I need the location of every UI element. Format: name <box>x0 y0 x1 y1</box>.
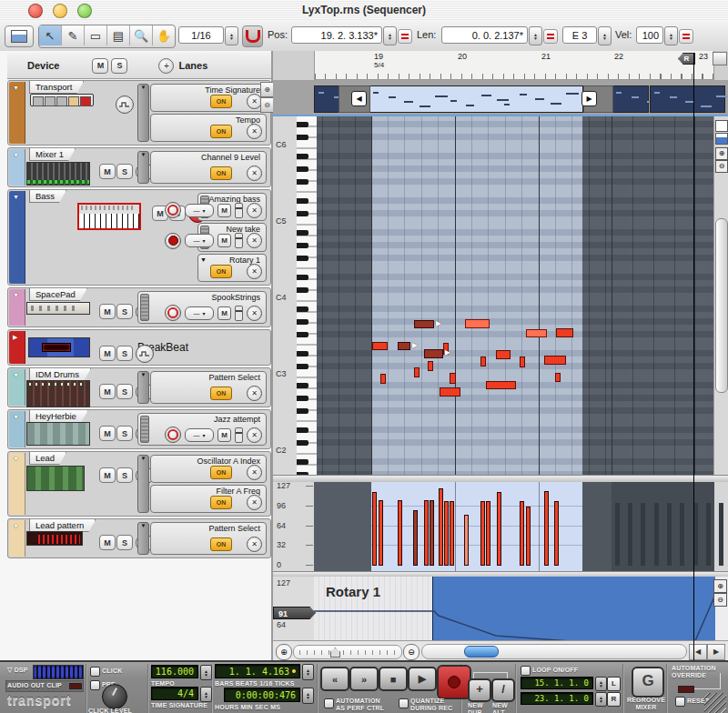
lane-style-icon[interactable] <box>715 120 728 132</box>
lane-on[interactable]: Oscillator A IndexON✕ <box>150 455 267 483</box>
lane-rec[interactable]: Jazz attempt—▾M✕ <box>137 413 267 446</box>
track-color-strip[interactable]: ▼ <box>9 411 25 447</box>
zoom-out-icon[interactable]: ⊖ <box>403 644 420 660</box>
black-key[interactable] <box>297 440 308 446</box>
black-key[interactable] <box>297 166 308 172</box>
black-key[interactable] <box>297 332 308 337</box>
track-color-strip[interactable]: ▼ <box>9 520 25 557</box>
automation-as-perf-ctrl-checkbox[interactable] <box>324 698 334 708</box>
zoom-out-icon[interactable]: ⊖ <box>260 97 274 113</box>
zoom-slider-handle[interactable] <box>330 648 340 658</box>
track-collapse-icon[interactable]: ▼ <box>13 372 19 378</box>
black-key[interactable] <box>297 275 308 280</box>
window-options-icon[interactable] <box>713 52 727 65</box>
lane-rec_filled[interactable]: New take—▾M✕ <box>197 223 267 251</box>
zoom-out-icon[interactable]: ⊖ <box>713 593 727 607</box>
lane-close-icon[interactable]: ✕ <box>247 306 262 321</box>
magnify-tool[interactable]: 🔍 <box>130 25 153 45</box>
take-dropdown[interactable]: —▾ <box>185 234 214 247</box>
velocity-bar[interactable] <box>372 492 377 566</box>
tempo-stepper[interactable]: ▲▼ <box>200 665 212 680</box>
loop-left-display[interactable]: 15. 1. 1. 0 <box>521 677 593 689</box>
pos-match-button[interactable] <box>398 29 412 44</box>
note-resize-arrow-icon[interactable]: ▶ <box>436 319 441 327</box>
lane-on[interactable]: ▼Rotary 1ON✕ <box>197 254 267 282</box>
play-button[interactable]: ▶ <box>408 667 437 691</box>
track-solo-button[interactable]: S <box>116 426 133 441</box>
arrange-overview[interactable]: ◀▶ <box>273 80 728 116</box>
track-color-strip[interactable]: ▼ <box>9 369 25 406</box>
automation-wave-icon[interactable] <box>136 345 154 363</box>
track-row-lead[interactable]: ▼LeadMS▼Oscillator A IndexON✕Filter A Fr… <box>7 451 271 517</box>
arrow-tool[interactable]: ↖ <box>39 25 62 45</box>
track-name-tab[interactable]: SpacePad <box>29 288 87 301</box>
midi-note[interactable] <box>428 361 433 371</box>
track-name-tab[interactable]: HeyHerbie <box>29 410 88 423</box>
track-mute-button[interactable]: M <box>99 426 116 441</box>
lane-close-icon[interactable]: ✕ <box>247 124 262 139</box>
device-icon-drums[interactable] <box>26 380 90 407</box>
velocity-bar[interactable] <box>444 501 449 566</box>
device-icon-greendev[interactable] <box>26 466 85 491</box>
clip-right-handle[interactable]: ▶ <box>581 91 597 106</box>
track-solo-button[interactable]: S <box>116 535 133 550</box>
lane-group-handle[interactable]: ▼ <box>137 522 149 555</box>
track-mute-button[interactable]: M <box>99 467 116 483</box>
position-stepper[interactable]: ▲▼ <box>302 664 314 680</box>
black-key[interactable] <box>297 319 308 325</box>
lane-on[interactable]: Filter A FreqON✕ <box>150 485 267 513</box>
automation-wave-icon[interactable] <box>116 95 134 114</box>
lane-level-slider[interactable] <box>235 233 243 248</box>
track-collapse-icon[interactable]: ▶ <box>13 334 17 341</box>
midi-note[interactable] <box>496 350 511 359</box>
loop-right-display[interactable]: 23. 1. 1. 0 <box>521 692 593 705</box>
black-key[interactable] <box>297 256 308 261</box>
track-solo-button[interactable]: S <box>116 384 133 399</box>
regroove-mixer-button[interactable]: G <box>632 667 664 698</box>
lane-rec[interactable]: Amazing bass—▾M✕ <box>197 193 267 221</box>
device-icon-matrix[interactable] <box>26 531 83 546</box>
track-color-strip[interactable]: ▼ <box>9 453 25 515</box>
lane-level-slider[interactable] <box>235 203 243 218</box>
lane-mute-button[interactable]: M <box>217 428 231 442</box>
midi-note[interactable] <box>486 381 516 389</box>
eraser-tool[interactable]: ▭ <box>85 25 107 45</box>
lane-collapse-icon[interactable]: ▼ <box>200 256 207 263</box>
hand-tool[interactable]: ✋ <box>153 25 175 45</box>
lane-drag-ridge[interactable] <box>140 294 149 321</box>
track-row-heyherbie[interactable]: ▼HeyHerbieMSJazz attempt—▾M✕ <box>7 409 271 449</box>
black-key[interactable] <box>297 287 308 293</box>
midi-note[interactable] <box>440 387 460 397</box>
black-key[interactable] <box>297 351 308 356</box>
take-dropdown[interactable]: —▾ <box>185 204 214 217</box>
lane-level-slider[interactable] <box>235 427 243 443</box>
lane-on[interactable]: Time SignatureON✕ <box>150 84 267 112</box>
lane-on-button[interactable]: ON <box>210 387 232 400</box>
velocity-bar[interactable] <box>486 501 490 566</box>
zoom-in-icon[interactable]: ⊕ <box>260 82 274 97</box>
black-key[interactable] <box>297 135 308 140</box>
track-collapse-icon[interactable]: ▼ <box>13 456 19 462</box>
lane-on-button[interactable]: ON <box>210 466 232 479</box>
lane-close-icon[interactable]: ✕ <box>247 427 262 443</box>
clip-block[interactable] <box>314 85 340 113</box>
note-stepper[interactable]: ▲▼ <box>598 26 612 45</box>
midi-note[interactable] <box>556 328 573 337</box>
clip-block[interactable] <box>650 85 725 113</box>
loop-left-stepper[interactable]: ▲▼ <box>595 677 607 691</box>
clip-block[interactable] <box>612 85 649 113</box>
velocity-bar[interactable] <box>398 500 402 566</box>
loop-right-locate-button[interactable]: R <box>607 692 621 707</box>
lane-record-button[interactable] <box>165 233 181 249</box>
time-signature-stepper[interactable]: ▲▼ <box>200 687 212 702</box>
pos-field[interactable]: 19. 2. 3.133* <box>291 26 382 44</box>
vel-match-button[interactable] <box>679 29 693 44</box>
midi-note[interactable] <box>555 373 561 382</box>
lane-drag-ridge[interactable] <box>140 416 149 443</box>
track-collapse-icon[interactable]: ▼ <box>13 292 19 298</box>
pencil-tool[interactable]: ✎ <box>62 25 85 45</box>
midi-note[interactable] <box>480 356 486 367</box>
take-dropdown[interactable]: —▾ <box>185 306 214 320</box>
track-row-transport[interactable]: ▼Transport▼Time SignatureON✕TempoON✕ <box>7 80 271 146</box>
click-level-knob[interactable] <box>102 684 127 709</box>
